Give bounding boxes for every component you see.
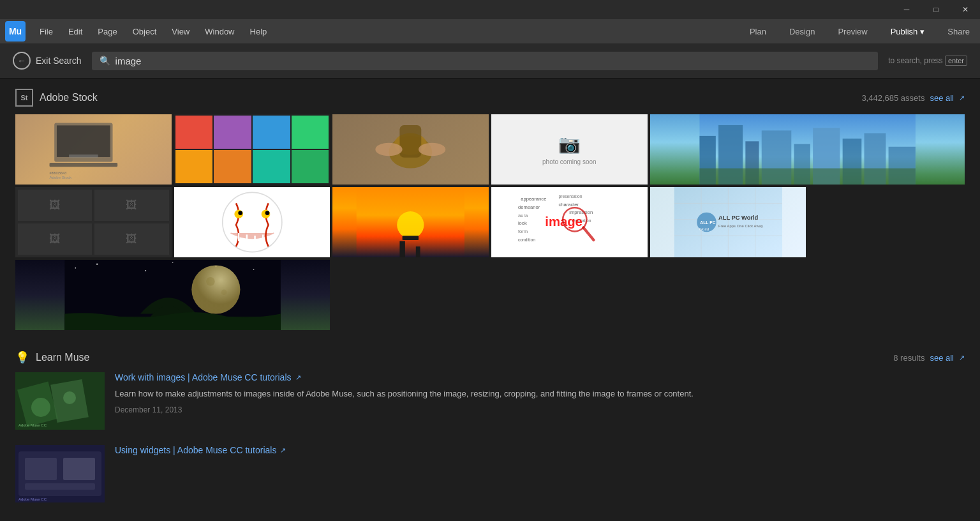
svg-point-22: [222, 192, 281, 252]
asset-count: 3,442,685 assets: [861, 93, 924, 103]
back-icon: ←: [13, 52, 31, 70]
svg-point-77: [31, 398, 50, 417]
tutorial-content-1: Work with images | Adobe Muse CC tutoria…: [115, 372, 965, 414]
svg-rect-2: [50, 163, 118, 167]
svg-rect-83: [63, 458, 95, 480]
tutorial-content-2: Using widgets | Adobe Muse CC tutorials …: [115, 445, 965, 460]
minimize-button[interactable]: ─: [892, 0, 921, 19]
main-content: St Adobe Stock 3,442,685 assets see all …: [0, 79, 980, 521]
nav-plan[interactable]: Plan: [745, 24, 771, 39]
close-button[interactable]: ✕: [951, 0, 980, 19]
stock-image-moon[interactable]: [15, 260, 330, 330]
nav-preview[interactable]: Preview: [833, 24, 872, 39]
svg-text:Adobe Muse CC: Adobe Muse CC: [19, 423, 47, 427]
svg-point-32: [397, 211, 424, 238]
stock-image-baseball[interactable]: [174, 187, 330, 257]
tutorial-thumb-1[interactable]: Adobe Muse CC: [15, 372, 105, 430]
svg-rect-21: [699, 169, 915, 185]
svg-point-78: [63, 391, 76, 404]
svg-text:character: character: [558, 202, 579, 208]
svg-text:condition: condition: [518, 238, 535, 242]
tutorial-link-1[interactable]: Work with images | Adobe Muse CC tutoria…: [115, 372, 965, 382]
menu-items: File Edit Page Object View Window Help: [33, 24, 745, 39]
nav-design[interactable]: Design: [784, 24, 820, 39]
svg-point-70: [206, 277, 215, 286]
menu-edit[interactable]: Edit: [62, 24, 89, 39]
menu-help[interactable]: Help: [244, 24, 274, 39]
svg-text:demeanor: demeanor: [518, 204, 540, 210]
search-icon: 🔍: [100, 56, 110, 66]
menu-object[interactable]: Object: [126, 24, 163, 39]
svg-text:World: World: [699, 227, 708, 231]
exit-search-label: Exit Search: [36, 56, 82, 66]
stock-image-allpc[interactable]: ALL PC World ALL PC World Free Apps One …: [650, 187, 806, 257]
tutorial-date-1: December 11, 2013: [115, 405, 965, 414]
adobe-stock-see-all[interactable]: see all: [930, 93, 954, 103]
svg-point-63: [75, 268, 77, 269]
stock-image-city[interactable]: [650, 114, 965, 185]
menu-page[interactable]: Page: [91, 24, 123, 39]
svg-text:aura: aura: [518, 213, 528, 218]
svg-point-71: [221, 290, 226, 295]
nav-share[interactable]: Share: [942, 24, 975, 39]
svg-text:look: look: [518, 220, 527, 226]
svg-rect-82: [25, 458, 57, 480]
placeholder-text: photo coming soon: [542, 158, 597, 165]
svg-point-66: [172, 262, 174, 263]
learn-external-icon: ↗: [959, 354, 965, 362]
lightbulb-icon: 💡: [15, 351, 29, 365]
svg-rect-8: [400, 125, 422, 158]
tutorial-external-icon-2: ↗: [280, 446, 286, 455]
svg-rect-33: [400, 241, 405, 257]
search-input[interactable]: [115, 56, 871, 66]
svg-point-25: [238, 211, 242, 215]
svg-text:ALL PC World: ALL PC World: [718, 215, 758, 221]
stock-image-wordcloud[interactable]: appearance presentation demeanor aura lo…: [491, 187, 648, 257]
svg-rect-84: [25, 483, 95, 490]
learn-muse-see-all[interactable]: see all: [930, 353, 954, 363]
nav-publish[interactable]: Publish ▾: [886, 24, 930, 39]
stock-image-colors[interactable]: [174, 114, 330, 185]
tutorial-thumb-img-1: Adobe Muse CC: [15, 372, 105, 430]
svg-point-69: [191, 265, 240, 313]
menu-view[interactable]: View: [165, 24, 196, 39]
search-input-container: 🔍: [92, 52, 879, 70]
results-count: 8 results: [893, 353, 924, 363]
tutorial-thumb-2[interactable]: Adobe Muse CC: [15, 445, 105, 502]
adobe-stock-title: St Adobe Stock: [15, 89, 98, 107]
svg-point-68: [253, 269, 255, 270]
menu-window[interactable]: Window: [198, 24, 241, 39]
app-logo: Mu: [5, 21, 26, 42]
maximize-button[interactable]: □: [921, 0, 951, 19]
svg-text:presentation: presentation: [558, 194, 582, 199]
tutorial-item-1: Adobe Muse CC Work with images | Adobe M…: [15, 372, 965, 430]
adobe-stock-icon: St: [15, 89, 33, 107]
image-grid: Adobe Stock #88015643 📷: [15, 114, 965, 330]
window-controls: ─ □ ✕: [892, 0, 980, 19]
svg-text:form: form: [518, 229, 528, 234]
adobe-stock-meta: 3,442,685 assets see all ↗: [861, 93, 965, 103]
svg-rect-35: [416, 246, 420, 257]
menu-file[interactable]: File: [33, 24, 59, 39]
stock-image-no-image[interactable]: 🖼 🖼 🖼 🖼: [15, 187, 172, 257]
stock-image-laptop[interactable]: Adobe Stock #88015643: [15, 114, 172, 185]
search-bar: ← Exit Search 🔍 to search, press enter: [0, 43, 980, 79]
svg-text:ALL PC: ALL PC: [700, 220, 715, 225]
external-link-icon: ↗: [959, 94, 965, 102]
tutorial-desc-1: Learn how to make adjustments to images …: [115, 388, 965, 400]
publish-label: Publish: [891, 27, 918, 36]
learn-muse-meta: 8 results see all ↗: [893, 353, 965, 363]
stock-image-placeholder[interactable]: 📷 photo coming soon: [491, 114, 648, 185]
stock-image-sunset[interactable]: [332, 187, 489, 257]
svg-text:#88015643: #88015643: [50, 170, 67, 174]
menu-right: Plan Design Preview Publish ▾ Share: [745, 24, 975, 39]
tutorial-link-2[interactable]: Using widgets | Adobe Muse CC tutorials …: [115, 445, 965, 455]
tutorial-external-icon-1: ↗: [295, 374, 301, 382]
adobe-stock-heading: Adobe Stock: [40, 92, 98, 103]
stock-image-pottery[interactable]: [332, 114, 489, 185]
svg-text:Free Apps One Click Away: Free Apps One Click Away: [718, 224, 763, 228]
svg-text:appearance: appearance: [521, 196, 546, 202]
exit-search-button[interactable]: ← Exit Search: [13, 52, 82, 70]
adobe-stock-section-header: St Adobe Stock 3,442,685 assets see all …: [15, 89, 965, 107]
svg-text:Adobe Muse CC: Adobe Muse CC: [19, 497, 47, 501]
